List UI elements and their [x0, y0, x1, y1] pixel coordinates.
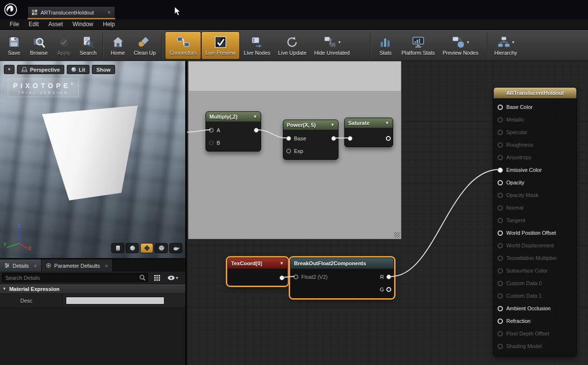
perspective-button[interactable]: Perspective	[17, 65, 64, 74]
hide-unrelated-dropdown-icon[interactable]: ▾	[338, 40, 341, 45]
pin-power-exp[interactable]	[286, 149, 291, 153]
result-pin-specular[interactable]: Specular	[494, 126, 576, 138]
result-pin-opacity-mask[interactable]: Opacity Mask	[494, 189, 576, 201]
collapse-triangle-icon[interactable]: ▼	[279, 261, 284, 266]
result-pin-opacity[interactable]: Opacity	[494, 176, 576, 189]
result-pin-base-color[interactable]: Base Color	[494, 101, 576, 113]
result-pin-ambient-occlusion[interactable]: Ambient Occlusion	[494, 302, 576, 315]
stats-button[interactable]: Stats	[373, 31, 397, 60]
save-button[interactable]: Save	[2, 31, 26, 60]
browse-button[interactable]: Browse	[26, 31, 52, 60]
node-saturate[interactable]: Saturate ▼	[344, 118, 393, 147]
preview-cube-button[interactable]	[155, 243, 168, 253]
collapse-triangle-icon[interactable]: ▼	[330, 122, 335, 127]
node-result-header[interactable]: ARTranslucentHoldout	[494, 88, 576, 98]
hierarchy-dropdown-icon[interactable]: ▾	[512, 40, 514, 45]
material-tab-icon	[32, 10, 38, 15]
show-button[interactable]: Show	[92, 65, 115, 74]
pin-multiply-output[interactable]	[254, 128, 259, 133]
collapse-triangle-icon[interactable]: ▼	[253, 114, 257, 119]
result-pin-custom-data-1[interactable]: Custom Data 1	[494, 289, 576, 302]
pin-breakout-r-output[interactable]	[386, 274, 391, 279]
result-pin-shading-model[interactable]: Shading Model	[494, 340, 576, 352]
home-button[interactable]: Home	[106, 31, 130, 60]
comment-box-header[interactable]	[189, 61, 401, 91]
pin-breakout-float2-input[interactable]	[294, 274, 298, 279]
parameter-defaults-tab-close-icon[interactable]: ×	[105, 263, 108, 269]
document-tab[interactable]: ARTranslucentHoldout ×	[28, 6, 115, 18]
tab-close-icon[interactable]: ×	[107, 10, 111, 15]
search-button[interactable]: Search	[76, 31, 101, 60]
preview-teapot-button[interactable]	[169, 243, 182, 253]
result-pin-roughness[interactable]: Roughness	[494, 138, 576, 151]
result-pin-emissive-color[interactable]: Emissive Color	[494, 164, 576, 176]
node-result-material[interactable]: ARTranslucentHoldout Base Color Metallic…	[493, 87, 577, 356]
result-pin-tangent[interactable]: Tangent	[494, 214, 576, 227]
preview-cylinder-button[interactable]	[111, 243, 124, 253]
hierarchy-button[interactable]: ▾ Hierarchy	[490, 31, 521, 60]
pin-power-output[interactable]	[331, 136, 336, 141]
node-breakout-header[interactable]: BreakOutFloat2Components	[291, 258, 394, 269]
node-saturate-header[interactable]: Saturate ▼	[345, 118, 393, 128]
node-texcoord-header[interactable]: TexCoord[0] ▼	[228, 258, 287, 269]
preview-plane-button[interactable]	[140, 243, 153, 253]
live-nodes-button[interactable]: Live Nodes	[240, 31, 274, 60]
preview-sphere-button[interactable]	[126, 243, 139, 253]
pin-circle	[498, 142, 503, 148]
result-pin-pixel-depth-offset[interactable]: Pixel Depth Offset	[494, 327, 576, 340]
result-pin-tessellation-multiplier[interactable]: Tessellation Multiplier	[494, 252, 576, 264]
pin-power-base[interactable]	[286, 136, 291, 141]
node-breakout-float2[interactable]: BreakOutFloat2Components Float2 (V2) R G	[290, 258, 394, 298]
details-tab-close-icon[interactable]: ×	[34, 263, 37, 269]
result-pin-world-position-offset[interactable]: World Position Offset	[494, 227, 576, 239]
node-multiply[interactable]: Multiply(,2) ▼ A B	[206, 111, 261, 152]
clean-up-button[interactable]: Clean Up	[130, 31, 160, 60]
node-power[interactable]: Power(X, 5) ▼ Base Exp	[283, 120, 338, 160]
pin-multiply-b[interactable]	[209, 140, 214, 145]
platform-stats-button[interactable]: Platform Stats	[397, 31, 439, 60]
stats-label: Stats	[380, 50, 392, 56]
result-pin-refraction[interactable]: Refraction	[494, 315, 576, 327]
result-pin-normal[interactable]: Normal	[494, 201, 576, 214]
tab-details[interactable]: Details ×	[0, 259, 42, 272]
pin-saturate-input[interactable]	[348, 136, 353, 141]
node-texcoord[interactable]: TexCoord[0] ▼	[227, 258, 288, 286]
collapse-triangle-icon[interactable]: ▼	[385, 121, 389, 125]
desc-input[interactable]	[66, 297, 164, 304]
details-tab-bar: Details × Parameter Defaults ×	[0, 259, 186, 272]
lit-mode-button[interactable]: Lit	[67, 65, 89, 74]
view-options-button[interactable]: ▾	[166, 273, 179, 283]
pin-texcoord-output[interactable]	[279, 275, 284, 280]
tab-parameter-defaults[interactable]: Parameter Defaults ×	[42, 259, 113, 272]
vertical-splitter[interactable]	[185, 61, 187, 365]
result-pin-subsurface-color[interactable]: Subsurface Color	[494, 264, 576, 277]
connectors-toggle-button[interactable]: Connectors	[165, 31, 201, 60]
search-details-input[interactable]	[2, 273, 148, 282]
viewport-options-button[interactable]: ▼	[4, 65, 15, 74]
apply-button[interactable]: Apply	[52, 31, 76, 60]
preview-viewport[interactable]: ▼ Perspective Lit Show	[0, 61, 186, 258]
hide-unrelated-button[interactable]: ▾ Hide Unrelated	[310, 31, 353, 60]
live-preview-toggle-button[interactable]: Live Preview	[201, 31, 240, 60]
preview-nodes-dropdown-icon[interactable]: ▾	[467, 40, 469, 45]
menu-asset[interactable]: Asset	[44, 19, 68, 30]
material-graph-canvas[interactable]: Multiply(,2) ▼ A B Power(X, 5) ▼ Base Ex…	[186, 61, 588, 365]
menu-edit[interactable]: Edit	[24, 19, 44, 30]
node-multiply-header[interactable]: Multiply(,2) ▼	[206, 112, 261, 122]
result-pin-world-displacement[interactable]: World Displacement	[494, 239, 576, 252]
result-pin-anisotropy[interactable]: Anisotropy	[494, 151, 576, 164]
result-pin-metallic[interactable]: Metallic	[494, 113, 576, 126]
menu-help[interactable]: Help	[98, 19, 120, 30]
material-expression-section-header[interactable]: ▼ Material Expression	[0, 284, 186, 294]
comment-resize-handle[interactable]	[394, 232, 400, 238]
result-pin-custom-data-0[interactable]: Custom Data 0	[494, 277, 576, 289]
pin-breakout-g-output[interactable]	[386, 287, 391, 292]
live-update-button[interactable]: Live Update	[274, 31, 310, 60]
menu-file[interactable]: File	[5, 19, 24, 30]
menu-window[interactable]: Window	[68, 19, 98, 30]
node-power-header[interactable]: Power(X, 5) ▼	[283, 120, 338, 130]
preview-nodes-button[interactable]: ▾ Preview Nodes	[439, 31, 482, 60]
property-matrix-button[interactable]	[151, 273, 163, 283]
pin-saturate-output[interactable]	[386, 136, 391, 141]
pin-multiply-a[interactable]	[209, 128, 214, 133]
